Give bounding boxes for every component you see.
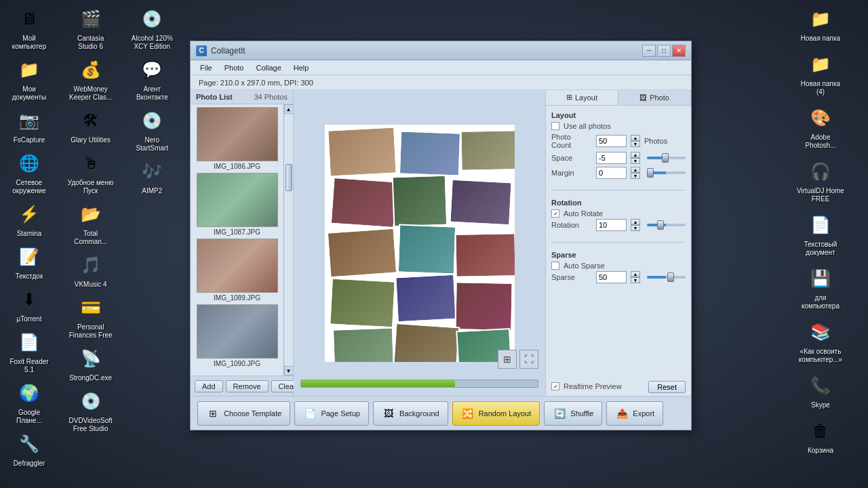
list-item[interactable]: IMG_1086.JPG — [193, 107, 281, 170]
desktop-icon-new-folder2[interactable]: 📁 Новая папка (4) — [797, 51, 844, 96]
desktop-icon-skype[interactable]: 📞 Skype — [797, 372, 844, 409]
rotation-slider[interactable] — [647, 224, 686, 226]
rotation-input[interactable] — [596, 219, 627, 231]
desktop-icon-google[interactable]: 🌍 Google Плане... — [5, 380, 53, 425]
desktop-icon-finance[interactable]: 💳 Personal Finances Free — [67, 294, 115, 340]
maximize-button[interactable]: □ — [657, 45, 671, 57]
page-setup-button[interactable]: 📄 Page Setup — [294, 401, 369, 426]
tab-photo[interactable]: 🖼 Photo — [618, 90, 691, 105]
space-spin-down[interactable]: ▼ — [631, 158, 640, 164]
margin-spin-up[interactable]: ▲ — [631, 167, 640, 173]
close-button[interactable]: ✕ — [672, 45, 686, 57]
margin-spin-down[interactable]: ▼ — [631, 173, 640, 179]
textdoc-icon: 📝 — [16, 243, 43, 270]
list-item[interactable]: IMG_1090.JPG — [193, 304, 281, 367]
scroll-thumb[interactable] — [285, 164, 292, 191]
photo-count-input[interactable] — [596, 135, 627, 147]
background-button[interactable]: 🖼 Background — [373, 401, 448, 426]
sparse-slider[interactable] — [647, 276, 686, 279]
desktop-icon-webmoney[interactable]: 💰 WebMoney Keeper Clas... — [67, 56, 115, 102]
rotation-spinner[interactable]: ▲ ▼ — [631, 219, 640, 231]
remove-button[interactable]: Remove — [226, 380, 269, 392]
desktop-icon-nero[interactable]: 💿 Nero StartSmart — [128, 107, 176, 152]
desktop-icon-alcohol[interactable]: 💿 Alcohol 120% XCY Edition — [128, 5, 176, 51]
menu-help[interactable]: Help — [288, 62, 315, 73]
auto-sparse-checkbox[interactable] — [551, 262, 559, 270]
shuffle-button[interactable]: 🔄 Shuffle — [544, 401, 602, 426]
menu-collage[interactable]: Collage — [250, 62, 286, 73]
list-item[interactable]: IMG_1089.JPG — [193, 239, 281, 302]
desktop-icon-stamina[interactable]: ⚡ Stamina — [5, 201, 53, 238]
photo-list-scroll[interactable]: IMG_1086.JPG IMG_1087.JPG IMG_1089.JPG I… — [191, 104, 283, 375]
desktop-icon-camtasia[interactable]: 🎬 Cantasia Studio 6 — [67, 5, 115, 51]
photo-count-row: Use all photos — [551, 122, 686, 130]
use-all-photos-checkbox[interactable] — [551, 122, 559, 130]
desktop-icon-glary[interactable]: 🛠 Glary Utilities — [67, 107, 115, 144]
desktop-icon-virtualdj[interactable]: 🎧 VirtualDJ Home FREE — [797, 158, 844, 203]
sparse-spin-up[interactable]: ▲ — [631, 271, 640, 277]
spin-down[interactable]: ▼ — [631, 141, 640, 147]
desktop-icon-network[interactable]: 🌐 Сетевое окружение — [5, 150, 53, 195]
desktop-icon-fscapture[interactable]: 📷 FsCapture — [5, 107, 53, 144]
spin-up[interactable]: ▲ — [631, 135, 640, 141]
sparse-spin-down[interactable]: ▼ — [631, 277, 640, 283]
space-slider-thumb[interactable] — [662, 153, 669, 163]
auto-rotate-checkbox[interactable]: ✓ — [551, 209, 559, 218]
desktop-icon-my-docs[interactable]: 📁 Мои документы — [5, 56, 53, 102]
desktop-icon-forpc[interactable]: 💾 для компьютера — [797, 265, 844, 310]
sparse-input[interactable] — [596, 271, 627, 283]
photo-thumbnail — [197, 304, 278, 359]
sparse-spinner[interactable]: ▲ ▼ — [631, 271, 640, 283]
desktop-icon-trash[interactable]: 🗑 Корзина — [797, 418, 844, 455]
export-label: Export — [633, 409, 654, 418]
tab-layout[interactable]: ⊞ Layout — [546, 90, 618, 105]
margin-input[interactable] — [596, 167, 627, 179]
desktop-icon-new-folder1[interactable]: 📁 Новая папка — [797, 5, 844, 43]
desktop-icon-foxit[interactable]: 📄 Foxit Reader 5.1 — [5, 329, 53, 374]
choose-template-icon: ⊞ — [206, 407, 220, 420]
margin-slider[interactable] — [647, 171, 686, 174]
scroll-down-arrow[interactable]: ▼ — [284, 366, 294, 375]
desktop-icon-textdoc[interactable]: 📝 Текстдок — [5, 243, 53, 281]
space-spinner[interactable]: ▲ ▼ — [631, 152, 640, 164]
canvas-fullscreen-button[interactable]: ⛶ — [519, 350, 538, 369]
desktop-icon-howto[interactable]: 📚 «Как освоить компьютер...» — [797, 319, 844, 364]
desktop-icon-strongdc[interactable]: 📡 StrongDC.exe — [67, 345, 115, 382]
space-input[interactable] — [596, 152, 627, 164]
export-button[interactable]: 📤 Export — [606, 401, 663, 426]
photo-list-scrollbar[interactable]: ▲ ▼ — [283, 104, 293, 375]
desktop-icon-utorrent[interactable]: ⬇ µTorrent — [5, 286, 53, 323]
desktop-icon-totalcmd[interactable]: 📂 Total Comman... — [67, 201, 115, 246]
realtime-preview-checkbox[interactable]: ✓ — [551, 382, 559, 390]
choose-template-button[interactable]: ⊞ Choose Template — [197, 401, 290, 426]
photo-thumbnail — [197, 107, 278, 161]
random-layout-button[interactable]: 🔀 Random Layout — [452, 401, 540, 426]
scroll-up-arrow[interactable]: ▲ — [284, 104, 294, 114]
minimize-button[interactable]: ─ — [642, 45, 656, 57]
menu-photo[interactable]: Photo — [219, 62, 250, 73]
desktop-icon-vkmusic[interactable]: 🎵 VKMusic 4 — [67, 251, 115, 289]
margin-slider-thumb[interactable] — [647, 168, 654, 178]
photo-count-spinner[interactable]: ▲ ▼ — [631, 135, 640, 147]
desktop-icon-dvdvideo[interactable]: 💿 DVDVideoSoft Free Studio — [67, 388, 115, 433]
space-spin-up[interactable]: ▲ — [631, 152, 640, 158]
rotation-spin-up[interactable]: ▲ — [631, 219, 640, 225]
desktop-icon-photoshop[interactable]: 🎨 Adobe Photosh... — [797, 104, 844, 150]
add-button[interactable]: Add — [195, 380, 223, 392]
desktop-icon-startmenu[interactable]: 🖱 Удобное меню Пуск — [67, 150, 115, 195]
desktop-icon-textdoc-right[interactable]: 📄 Текстовый документ — [797, 211, 844, 257]
margin-spinner[interactable]: ▲ ▼ — [631, 167, 640, 179]
list-item[interactable]: IMG_1087.JPG — [193, 173, 281, 236]
rotation-spin-down[interactable]: ▼ — [631, 225, 640, 231]
space-slider[interactable] — [647, 157, 686, 159]
desktop-icon-my-computer[interactable]: 🖥 Мой компьютер — [5, 5, 53, 51]
menu-file[interactable]: File — [195, 62, 218, 73]
desktop-icon-agent[interactable]: 💬 Агент Вконтакте — [128, 56, 176, 102]
reset-button[interactable]: Reset — [648, 381, 686, 393]
scroll-track[interactable] — [284, 114, 293, 366]
canvas-fit-button[interactable]: ⊞ — [498, 350, 517, 369]
sparse-slider-thumb[interactable] — [667, 272, 674, 282]
desktop-icon-defraggler[interactable]: 🔧 Defraggler — [5, 430, 53, 468]
rotation-slider-thumb[interactable] — [657, 220, 664, 230]
desktop-icon-aimp[interactable]: 🎶 AIMP2 — [128, 158, 176, 195]
